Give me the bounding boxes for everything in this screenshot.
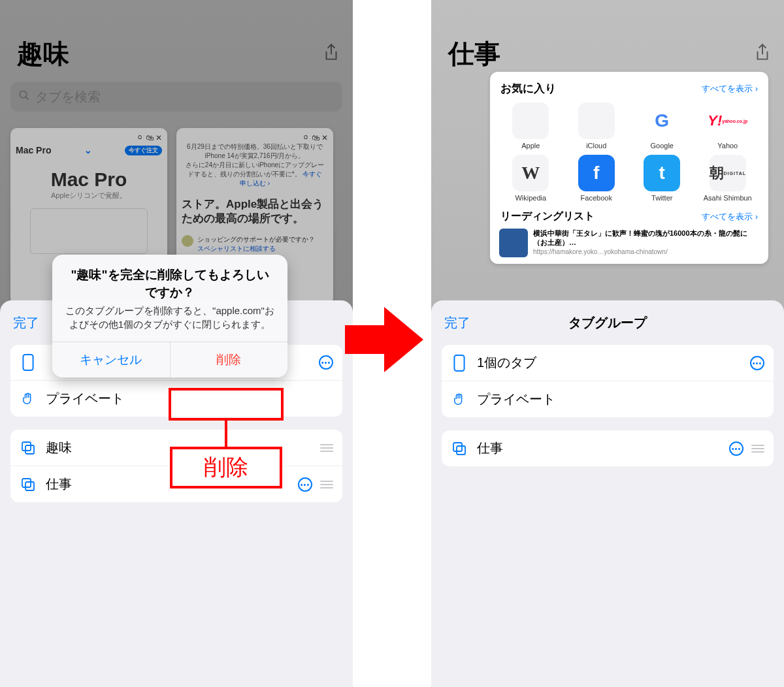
page-title: 仕事 bbox=[448, 36, 500, 72]
drag-handle-icon[interactable] bbox=[320, 481, 333, 488]
favorite-apple[interactable]: Apple bbox=[499, 103, 563, 150]
reading-url: https://hamakore.yoko…yokohama-chinatown… bbox=[533, 248, 759, 256]
favorite-wikipedia[interactable]: WWikipedia bbox=[499, 155, 563, 202]
share-icon[interactable] bbox=[754, 43, 771, 65]
tab-row-default[interactable]: 1個のタブ ••• bbox=[442, 345, 774, 381]
reading-title: 横浜中華街「王タレ」に歓声！蜂蜜の塊が16000本の糸・龍の髭に（お土産）… bbox=[533, 229, 759, 248]
confirm-delete-alert: "趣味"を完全に削除してもよろしいですか？ このタブグループを削除すると、"ap… bbox=[52, 255, 287, 377]
alert-message: このタブグループを削除すると、"apple.com"およびその他1個のタブがすぐ… bbox=[52, 304, 287, 342]
apple-icon bbox=[578, 103, 615, 139]
drag-handle-icon[interactable] bbox=[751, 445, 764, 453]
svg-rect-1 bbox=[23, 355, 33, 370]
favorite-facebook[interactable]: fFacebook bbox=[565, 155, 629, 202]
more-icon[interactable]: ••• bbox=[298, 477, 312, 492]
favorite-twitter[interactable]: tTwitter bbox=[630, 155, 694, 202]
arrow-icon bbox=[345, 307, 430, 372]
svg-rect-8 bbox=[457, 446, 465, 455]
annotation-label: 削除 bbox=[170, 447, 282, 488]
copy-icon bbox=[20, 439, 37, 456]
favorite-google[interactable]: GGoogle bbox=[630, 103, 694, 150]
highlight-box-delete-button bbox=[169, 388, 284, 421]
tab-group-sheet: 完了 タブグループ 1個のタブ ••• プライベート 仕事 ••• bbox=[431, 300, 784, 687]
twitter-icon: t bbox=[644, 155, 680, 191]
svg-rect-4 bbox=[22, 479, 31, 487]
left-phone-screen: 趣味 タブを検索 ⚪︎ 🛍 ✕ Mac Pro⌄今すぐ注文 Mac Pro Ap… bbox=[0, 0, 353, 687]
tab-group-row-work[interactable]: 仕事 ••• bbox=[442, 430, 774, 466]
more-icon[interactable]: ••• bbox=[319, 355, 333, 370]
svg-rect-2 bbox=[22, 442, 31, 451]
asahi-icon: 朝DIGITAL bbox=[710, 155, 746, 191]
cancel-button[interactable]: キャンセル bbox=[52, 342, 170, 377]
more-icon[interactable]: ••• bbox=[729, 441, 743, 456]
show-all-button[interactable]: すべてを表示 › bbox=[702, 211, 758, 223]
copy-icon bbox=[451, 440, 468, 457]
favorites-heading: お気に入り bbox=[500, 81, 556, 96]
alert-title: "趣味"を完全に削除してもよろしいですか？ bbox=[52, 255, 287, 304]
google-icon: G bbox=[644, 103, 680, 139]
delete-button[interactable]: 削除 bbox=[170, 342, 288, 377]
phone-icon bbox=[451, 355, 468, 372]
favorite-icloud[interactable]: iCloud bbox=[565, 103, 629, 150]
done-button[interactable]: 完了 bbox=[444, 314, 470, 332]
start-page-card[interactable]: お気に入り すべてを表示 › Apple iCloud GGoogle Y!ya… bbox=[490, 72, 768, 264]
more-icon[interactable]: ••• bbox=[750, 356, 764, 370]
done-button[interactable]: 完了 bbox=[13, 314, 39, 332]
tab-row-private[interactable]: プライベート bbox=[442, 381, 774, 417]
sheet-title: タブグループ bbox=[568, 314, 647, 332]
svg-rect-7 bbox=[453, 443, 462, 451]
reading-list-item[interactable]: 横浜中華街「王タレ」に歓声！蜂蜜の塊が16000本の糸・龍の髭に（お土産）… h… bbox=[499, 229, 759, 257]
svg-rect-6 bbox=[454, 355, 464, 371]
favorite-yahoo[interactable]: Y!yahoo.co.jpYahoo bbox=[696, 103, 760, 150]
svg-rect-5 bbox=[25, 482, 34, 490]
reading-thumbnail bbox=[499, 229, 528, 257]
wikipedia-icon: W bbox=[512, 155, 549, 191]
annotation-connector bbox=[225, 421, 227, 447]
phone-icon bbox=[20, 354, 37, 371]
copy-icon bbox=[20, 476, 37, 493]
right-phone-screen: 仕事 お気に入り すべてを表示 › Apple iCloud GGoogle Y… bbox=[431, 0, 784, 687]
reading-list-heading: リーディングリスト bbox=[500, 210, 595, 223]
header: 仕事 bbox=[448, 36, 771, 72]
svg-rect-3 bbox=[25, 445, 34, 454]
facebook-icon: f bbox=[578, 155, 615, 191]
apple-icon bbox=[512, 103, 549, 139]
show-all-button[interactable]: すべてを表示 › bbox=[702, 83, 758, 95]
yahoo-icon: Y!yahoo.co.jp bbox=[710, 103, 746, 139]
hand-icon bbox=[20, 391, 37, 407]
drag-handle-icon[interactable] bbox=[320, 444, 333, 452]
favorite-asahi[interactable]: 朝DIGITALAsahi Shimbun bbox=[696, 155, 760, 202]
hand-icon bbox=[451, 391, 468, 408]
